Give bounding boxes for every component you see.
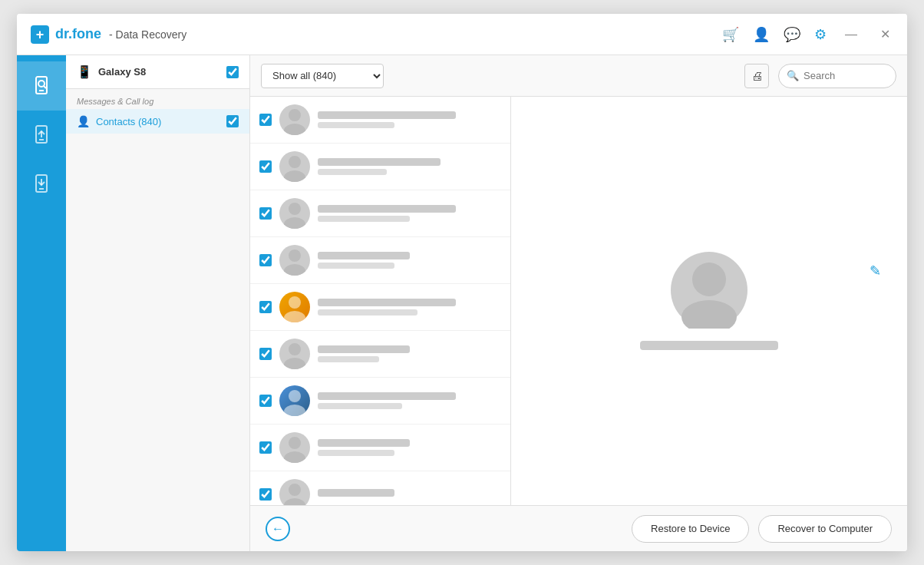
- contact-detail-blur: [318, 356, 379, 362]
- back-button[interactable]: ←: [266, 517, 290, 541]
- section-label: Messages & Call log: [66, 89, 249, 109]
- contact-checkbox[interactable]: [259, 348, 272, 360]
- user-icon[interactable]: 👤: [753, 26, 770, 43]
- contact-name-blur: [318, 111, 456, 119]
- table-row[interactable]: [250, 237, 510, 284]
- phone-scan-icon: [31, 75, 52, 97]
- contact-checkbox[interactable]: [259, 488, 272, 501]
- contact-detail-blur: [318, 403, 402, 409]
- table-row[interactable]: [250, 97, 510, 144]
- contacts-checkbox[interactable]: [226, 115, 239, 127]
- main-layout: 📱 Galaxy S8 Messages & Call log 👤 Contac…: [17, 55, 907, 551]
- app-window: + dr.fone - Data Recovery 🛒 👤 💬 ⚙ — ✕: [17, 14, 907, 551]
- contact-name-blur: [318, 158, 441, 166]
- contact-info: [318, 158, 501, 175]
- avatar-icon: [279, 198, 310, 229]
- contact-checkbox[interactable]: [259, 395, 272, 407]
- device-icon: 📱: [77, 64, 92, 79]
- recover-to-computer-button[interactable]: Recover to Computer: [758, 515, 892, 543]
- show-all-select[interactable]: Show all (840): [261, 64, 384, 88]
- minimize-button[interactable]: —: [840, 26, 862, 43]
- edit-icon[interactable]: ✎: [870, 263, 881, 279]
- svg-point-19: [284, 264, 305, 276]
- contact-info: [318, 252, 501, 269]
- avatar: [279, 104, 310, 135]
- contact-checkbox[interactable]: [259, 301, 272, 313]
- svg-point-21: [284, 311, 305, 322]
- svg-point-12: [289, 109, 301, 121]
- table-row[interactable]: [250, 471, 510, 505]
- restore-to-device-button[interactable]: Restore to Device: [632, 515, 749, 543]
- svg-point-18: [289, 249, 301, 262]
- svg-point-17: [284, 217, 305, 229]
- contact-checkbox[interactable]: [259, 207, 272, 220]
- nav-item-contacts[interactable]: 👤 Contacts (840): [66, 109, 249, 134]
- contact-detail-blur: [318, 309, 417, 316]
- contact-info: [318, 489, 501, 500]
- svg-point-31: [681, 300, 737, 329]
- titlebar-actions: 🛒 👤 💬 ⚙ — ✕: [722, 25, 895, 43]
- table-row[interactable]: [250, 144, 510, 190]
- svg-point-29: [284, 498, 305, 505]
- avatar-icon: [279, 245, 310, 276]
- contact-info: [318, 392, 501, 409]
- sidebar-item-backup[interactable]: [17, 111, 66, 160]
- table-row[interactable]: [250, 331, 510, 378]
- contact-checkbox[interactable]: [259, 160, 272, 173]
- titlebar: + dr.fone - Data Recovery 🛒 👤 💬 ⚙ — ✕: [17, 14, 907, 55]
- contact-name-blur: [318, 252, 410, 259]
- avatar: [279, 292, 310, 322]
- logo-icon: +: [29, 24, 51, 45]
- avatar-icon: [279, 339, 310, 369]
- contact-detail-blur: [318, 216, 410, 222]
- cart-icon[interactable]: 🛒: [722, 26, 739, 43]
- app-logo: + dr.fone - Data Recovery: [29, 24, 186, 45]
- svg-point-25: [284, 405, 305, 416]
- chat-icon[interactable]: 💬: [784, 26, 800, 43]
- search-input[interactable]: [804, 70, 888, 81]
- phone-restore-icon: [31, 173, 52, 195]
- bottom-bar: ← Restore to Device Recover to Computer: [250, 505, 907, 551]
- contact-detail-blur: [318, 122, 394, 128]
- contact-checkbox[interactable]: [259, 254, 272, 266]
- device-row: 📱 Galaxy S8: [66, 55, 249, 89]
- contact-list: [250, 97, 511, 505]
- avatar: [279, 198, 310, 229]
- svg-text:+: +: [36, 27, 45, 42]
- avatar: [279, 339, 310, 369]
- detail-avatar-icon: [671, 252, 747, 329]
- settings-icon[interactable]: ⚙: [814, 26, 827, 43]
- avatar-icon: [279, 151, 310, 182]
- contact-detail-blur: [318, 263, 394, 269]
- table-row[interactable]: [250, 190, 510, 237]
- contact-info: [318, 205, 501, 222]
- contact-checkbox[interactable]: [259, 441, 272, 454]
- detail-panel: ✎: [511, 97, 907, 505]
- sidebar-item-restore[interactable]: [17, 160, 66, 209]
- contact-checkbox[interactable]: [259, 114, 272, 126]
- content-toolbar: Show all (840) 🖨 🔍: [250, 55, 907, 97]
- svg-point-15: [284, 170, 305, 182]
- table-row[interactable]: [250, 425, 510, 471]
- action-buttons: Restore to Device Recover to Computer: [632, 515, 892, 543]
- contact-detail-blur: [318, 169, 387, 175]
- device-checkbox[interactable]: [226, 66, 239, 78]
- svg-point-20: [289, 296, 301, 309]
- avatar-icon: [279, 479, 310, 505]
- sidebar-item-phone-scan[interactable]: [17, 61, 66, 111]
- search-icon: 🔍: [787, 70, 799, 81]
- print-button[interactable]: 🖨: [744, 64, 769, 88]
- svg-point-26: [289, 437, 301, 449]
- table-row[interactable]: [250, 284, 510, 331]
- svg-point-23: [284, 358, 305, 369]
- avatar: [279, 432, 310, 463]
- left-panel: 📱 Galaxy S8 Messages & Call log 👤 Contac…: [66, 55, 250, 551]
- svg-point-14: [289, 156, 301, 168]
- table-row[interactable]: [250, 378, 510, 425]
- svg-point-4: [38, 81, 45, 87]
- content-area: Show all (840) 🖨 🔍: [250, 55, 907, 551]
- svg-point-16: [289, 203, 301, 215]
- close-button[interactable]: ✕: [876, 25, 895, 43]
- contact-detail-blur: [318, 450, 394, 456]
- contacts-icon: 👤: [77, 115, 90, 127]
